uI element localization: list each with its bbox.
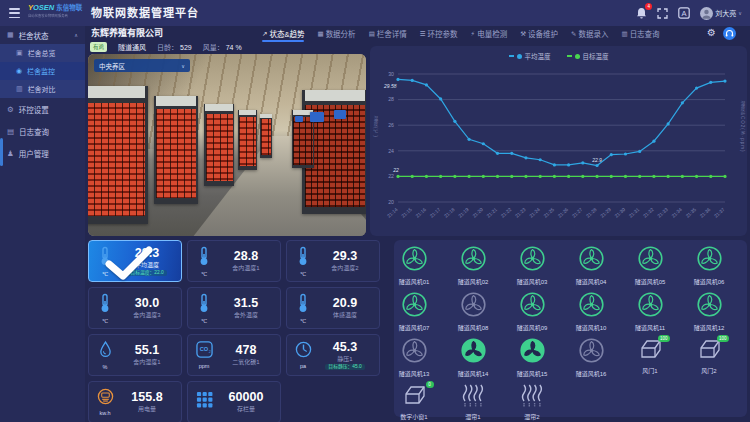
notification-badge: 4: [645, 3, 652, 10]
sensor-card-平均温度[interactable]: ℃ 29.3平均温度目标温度：22.0: [88, 240, 182, 282]
fan-icon: [696, 245, 723, 272]
sensor-card-体感温度[interactable]: ℃ 20.9体感温度: [286, 287, 380, 329]
fan-icon: [460, 291, 487, 318]
device-隧道风机04[interactable]: 隧道风机04: [562, 245, 620, 286]
sensor-card-舍内湿度1[interactable]: % 55.1舍内湿度1: [88, 334, 182, 376]
tab-5[interactable]: ⚒设备维护: [520, 28, 558, 39]
svg-text:21:15: 21:15: [401, 207, 414, 219]
barn-grid-icon: ▦: [7, 31, 14, 39]
sensor-unit: kw.h: [99, 410, 110, 416]
chevron-down-icon: ∨: [181, 63, 185, 69]
user-menu[interactable]: 刘大亮 ∨: [700, 7, 742, 20]
stock-icon: [196, 391, 213, 412]
zone-dropdown-value: 中央养区: [99, 61, 125, 71]
co2-icon: CO2: [196, 341, 213, 362]
device-隧道风机11[interactable]: 隧道风机11: [621, 291, 679, 332]
legend-target-temp[interactable]: 目标温度: [567, 51, 609, 61]
tab-3[interactable]: ☰环控参数: [420, 28, 458, 39]
sensor-value: 29.3: [333, 249, 357, 265]
zone-dropdown[interactable]: 中央养区 ∨: [94, 59, 190, 72]
sensor-card-舍内温度3[interactable]: ℃ 30.0舍内温度3: [88, 287, 182, 329]
humidity-icon: [99, 340, 112, 363]
device-隧道风机13[interactable]: 隧道风机13: [385, 337, 443, 378]
device-隧道风机02[interactable]: 隧道风机02: [444, 245, 502, 286]
logo-tagline: 自动化畜牧业物联网服务商: [28, 12, 85, 21]
tab-6[interactable]: ✎数据录入: [571, 28, 608, 39]
cage-rack: [260, 114, 272, 158]
tab-0[interactable]: ↗状态&趋势: [262, 28, 304, 39]
device-隧道风机05[interactable]: 隧道风机05: [621, 245, 679, 286]
fan-icon: [637, 291, 664, 318]
compare-icon: ▥: [16, 85, 23, 93]
sidebar-menu-1[interactable]: ▤日志查询: [0, 120, 85, 142]
tab-label: 数据录入: [578, 28, 608, 39]
sidebar-item-2[interactable]: ▥栏舍对比: [0, 80, 85, 98]
assistant-fab[interactable]: [723, 27, 736, 40]
sidebar-group-status[interactable]: ▦ 栏舍状态 ∧: [0, 26, 85, 44]
cage-rack: [238, 110, 257, 170]
sensor-card-舍外温度[interactable]: ℃ 31.5舍外温度: [187, 287, 281, 329]
device-隧道风机15[interactable]: 隧道风机15: [503, 337, 561, 378]
sensor-card-二氧化碳1[interactable]: CO2ppm 478二氧化碳1: [187, 334, 281, 376]
device-隧道风机06[interactable]: 隧道风机06: [680, 245, 738, 286]
sensor-target: 目标静压：45.0: [325, 364, 364, 370]
sidebar-item-label: 栏舍总览: [28, 48, 56, 58]
device-label: 隧道风机13: [385, 369, 443, 378]
sensor-card-用电量[interactable]: kw.h 155.8用电量: [88, 381, 182, 422]
tab-2[interactable]: ▤栏舍详情: [369, 28, 407, 39]
svg-text:22: 22: [392, 167, 399, 173]
settings-gear-icon[interactable]: ⚙: [707, 27, 716, 38]
device-隧道风机16[interactable]: 隧道风机16: [562, 337, 620, 378]
sensor-value: 55.1: [135, 343, 159, 359]
damper-icon: 0: [401, 383, 428, 410]
sensor-value: 60000: [229, 390, 264, 406]
tab-7[interactable]: ▥日志查询: [621, 28, 659, 39]
tab-4[interactable]: ⚡电量检测: [471, 28, 508, 39]
device-label: 隧道风机12: [680, 323, 738, 332]
sensor-unit: ℃: [300, 271, 306, 277]
device-隧道风机03[interactable]: 隧道风机03: [503, 245, 561, 286]
sidebar-scroll-indicator[interactable]: [0, 138, 3, 166]
sensor-unit: ℃: [201, 318, 207, 324]
chevron-down-icon: ∨: [738, 10, 742, 16]
language-icon[interactable]: A: [678, 7, 690, 19]
logo-cn: 东信物联: [56, 4, 82, 11]
device-湿帘1[interactable]: 湿帘1: [444, 383, 502, 421]
device-隧道风机01[interactable]: 隧道风机01: [385, 245, 443, 286]
device-label: 隧道风机16: [562, 369, 620, 378]
sensor-card-舍内温度2[interactable]: ℃ 29.3舍内温度2: [286, 240, 380, 282]
sensor-label: 用电量: [138, 406, 156, 414]
company-selector[interactable]: 东辉养殖有限公司: [91, 26, 163, 41]
device-隧道风机09[interactable]: 隧道风机09: [503, 291, 561, 332]
legend-avg-temp[interactable]: 平均温度: [509, 51, 551, 61]
device-风门1[interactable]: 100 风门1: [621, 337, 679, 375]
device-隧道风机12[interactable]: 隧道风机12: [680, 291, 738, 332]
svg-text:CO: CO: [199, 346, 208, 352]
sidebar-menu-0[interactable]: ⚙环控设置: [0, 98, 85, 120]
sensor-unit: ppm: [199, 363, 210, 369]
sensor-card-舍内温度1[interactable]: ℃ 28.8舍内温度1: [187, 240, 281, 282]
collapse-sidebar-icon[interactable]: [9, 8, 20, 18]
fullscreen-icon[interactable]: [657, 8, 668, 19]
sidebar-menu-2[interactable]: ♟用户管理: [0, 142, 85, 164]
sidebar-menu-label: 日志查询: [19, 126, 49, 137]
device-隧道风机07[interactable]: 隧道风机07: [385, 291, 443, 332]
bell-icon[interactable]: 4: [636, 7, 647, 19]
device-隧道风机08[interactable]: 隧道风机08: [444, 291, 502, 332]
device-label: 湿帘2: [503, 412, 561, 421]
device-隧道风机14[interactable]: 隧道风机14: [444, 337, 502, 378]
wind-volume: 风量：74 %: [203, 42, 242, 52]
svg-text:21:27: 21:27: [571, 207, 584, 219]
device-隧道风机10[interactable]: 隧道风机10: [562, 291, 620, 332]
sidebar-item-1[interactable]: ◉栏舍监控: [0, 62, 85, 80]
device-风门2[interactable]: 100 风门2: [680, 337, 738, 375]
sensor-unit: pa: [300, 363, 306, 369]
tab-1[interactable]: ▦数据分析: [317, 28, 355, 39]
device-数字小窗1[interactable]: 0 数字小窗1: [385, 383, 443, 421]
sensor-card-存栏量[interactable]: 60000存栏量: [187, 381, 281, 422]
svg-text:21:21: 21:21: [486, 207, 499, 219]
svg-text:21:24: 21:24: [529, 207, 542, 219]
sensor-card-静压1[interactable]: pa 45.3静压1目标静压：45.0: [286, 334, 380, 376]
device-湿帘2[interactable]: 湿帘2: [503, 383, 561, 421]
sidebar-item-0[interactable]: ▣栏舍总览: [0, 44, 85, 62]
